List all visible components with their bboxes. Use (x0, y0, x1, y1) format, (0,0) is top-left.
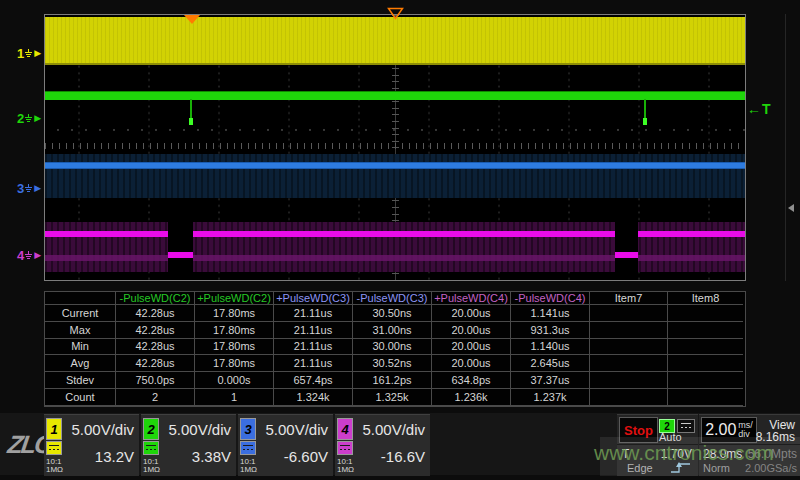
probe-settings: 10:1 1MΩ (46, 458, 63, 474)
dc-coupling-icon (143, 441, 159, 455)
ground-icon (25, 251, 33, 260)
table-value: 20.00us (432, 355, 511, 372)
channel3-label: 3 (17, 181, 24, 196)
table-value (668, 372, 743, 389)
input-impedance: 1MΩ (337, 466, 354, 474)
table-value: 20.00us (432, 322, 511, 339)
trigger-level-marker[interactable]: ←T (747, 101, 772, 117)
table-value: 42.28us (116, 322, 195, 339)
row-label: Stdev (45, 372, 116, 389)
channel4-position-marker[interactable]: 4 ▶ (17, 248, 41, 263)
table-value: 17.80ms (195, 339, 274, 356)
column-header[interactable]: -PulseWD(C2) (116, 292, 195, 305)
channel3-position-marker[interactable]: 3 ▶ (17, 181, 41, 196)
right-arrow-icon: ▶ (34, 251, 41, 260)
table-value: 42.28us (116, 339, 195, 356)
channel1-settings-block[interactable]: 1 10:1 1MΩ 5.00V/div 13.2V (44, 414, 139, 476)
table-value: 1.236k (432, 389, 511, 406)
column-header[interactable]: -PulseWD(C3) (353, 292, 432, 305)
channel-offset: 3.38V (192, 448, 231, 465)
table-value: 17.80ms (195, 305, 274, 322)
channel2-badge[interactable]: 2 (143, 418, 159, 440)
channel1-label: 1 (17, 46, 24, 61)
input-impedance: 1MΩ (143, 466, 160, 474)
channel2-position-marker[interactable]: 2 ▶ (17, 111, 41, 126)
table-value: 42.28us (116, 305, 195, 322)
channel3-settings-block[interactable]: 3 10:1 1MΩ 5.00V/div -6.60V (238, 414, 333, 476)
trigger-level-t-label: T (762, 101, 772, 117)
right-panel-divider (785, 14, 786, 281)
channel4-noise-band (45, 222, 745, 272)
table-value (668, 339, 743, 356)
trigger-position-marker-icon[interactable] (387, 7, 404, 20)
dc-coupling-icon (46, 441, 62, 455)
trigger-delay-marker-icon[interactable] (184, 15, 200, 24)
channel2-glitch-pulse (644, 99, 646, 125)
channel-offset: 13.2V (95, 448, 134, 465)
table-value: 634.8ps (432, 372, 511, 389)
column-header[interactable]: +PulseWD(C4) (432, 292, 511, 305)
table-value: 1.141us (511, 305, 590, 322)
channel3-badge[interactable]: 3 (240, 418, 256, 440)
channel4-low-segment (168, 252, 193, 258)
table-corner-cell (45, 292, 116, 305)
table-value (668, 322, 743, 339)
channel1-position-marker[interactable]: 1 ▶ (17, 46, 41, 61)
measurement-table: -PulseWD(C2) +PulseWD(C2) +PulseWD(C3) -… (44, 291, 746, 407)
table-value: 30.52ns (353, 355, 432, 372)
waveform-plot (44, 14, 746, 281)
channel-offset: -6.60V (284, 448, 328, 465)
channel4-trace (45, 231, 168, 237)
input-impedance: 1MΩ (240, 466, 257, 474)
channel1-trace (45, 17, 745, 65)
channel4-trace (193, 231, 615, 237)
channel2-trace (45, 91, 745, 100)
dc-coupling-icon (240, 441, 256, 455)
column-header[interactable]: +PulseWD(C3) (274, 292, 353, 305)
table-value: 1.324k (274, 389, 353, 406)
channel3-noise-band (45, 154, 745, 198)
table-value (668, 355, 743, 372)
channel4-settings-block[interactable]: 4 10:1 1MΩ 5.00V/div -16.6V (335, 414, 430, 476)
column-header[interactable]: -PulseWD(C4) (511, 292, 590, 305)
table-value (668, 389, 743, 406)
channel4-label: 4 (17, 248, 24, 263)
table-value: 31.00ns (353, 322, 432, 339)
channel1-badge[interactable]: 1 (46, 418, 62, 440)
channel4-badge[interactable]: 4 (337, 418, 353, 440)
row-label: Min (45, 339, 116, 356)
volts-per-div: 5.00V/div (362, 421, 425, 438)
ground-icon (25, 49, 33, 58)
center-horizontal-ticks (45, 143, 745, 149)
volts-per-div: 5.00V/div (265, 421, 328, 438)
input-impedance: 1MΩ (46, 466, 63, 474)
channel4-trace (638, 231, 745, 237)
table-value: 0.000s (195, 372, 274, 389)
table-value: 37.37us (511, 372, 590, 389)
table-value: 30.50ns (353, 305, 432, 322)
table-value: 42.28us (116, 355, 195, 372)
right-arrow-icon: ▶ (34, 49, 41, 58)
ground-icon (25, 184, 33, 193)
table-value: 20.00us (432, 339, 511, 356)
row-label: Avg (45, 355, 116, 372)
panel-collapse-arrow-icon[interactable] (788, 204, 794, 212)
watermark-text: www.cntronics.com (594, 441, 800, 465)
column-header[interactable]: Item8 (668, 292, 743, 305)
column-header[interactable]: Item7 (590, 292, 668, 305)
column-header[interactable]: +PulseWD(C2) (195, 292, 274, 305)
table-value: 2.645us (511, 355, 590, 372)
table-value: 21.11us (274, 339, 353, 356)
table-value: 17.80ms (195, 322, 274, 339)
channel2-label: 2 (17, 111, 24, 126)
table-value: 30.00ns (353, 339, 432, 356)
volts-per-div: 5.00V/div (71, 421, 134, 438)
channel4-dropout (168, 221, 193, 273)
table-value: 657.4ps (274, 372, 353, 389)
channel2-settings-block[interactable]: 2 10:1 1MΩ 5.00V/div 3.38V (141, 414, 236, 476)
table-value: 1.140us (511, 339, 590, 356)
probe-settings: 10:1 1MΩ (240, 458, 257, 474)
table-value: 17.80ms (195, 355, 274, 372)
row-label: Count (45, 389, 116, 406)
right-arrow-icon: ▶ (34, 114, 41, 123)
